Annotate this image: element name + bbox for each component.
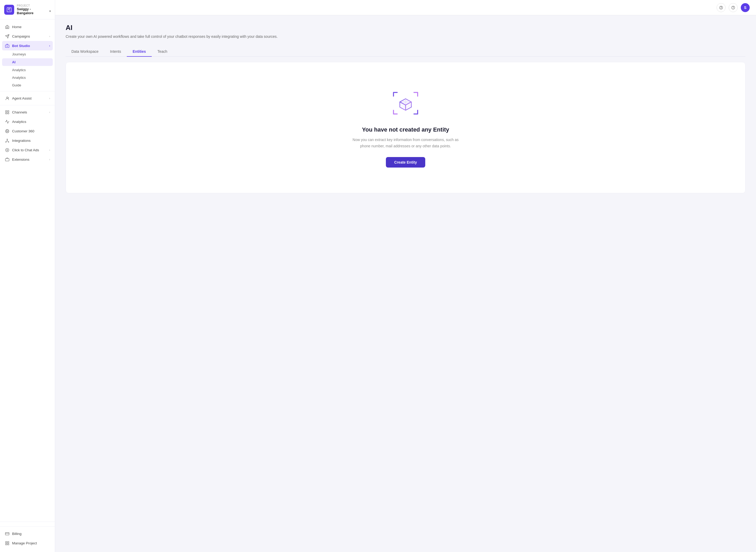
chevron-right-icon: › [49, 97, 50, 100]
user-avatar-button[interactable]: S [741, 3, 750, 12]
nav-section: Home Campaigns › Bot Studio › Journeys A… [0, 19, 55, 522]
sidebar-item-channels[interactable]: Channels › [0, 107, 55, 117]
bot-studio-subnav: Journeys AI Analytics Analytics Guide [0, 50, 55, 89]
chevron-down-icon: ▾ [49, 10, 51, 13]
subnav-analytics-2[interactable]: Analytics [0, 74, 55, 82]
sidebar-item-home[interactable]: Home [0, 22, 55, 31]
svg-point-14 [721, 8, 721, 9]
home-icon [5, 24, 9, 29]
sidebar-item-agent-assist-label: Agent Assist [12, 96, 31, 100]
tab-teach[interactable]: Teach [152, 47, 173, 57]
page-subtitle: Create your own AI powered workflows and… [66, 34, 746, 39]
chevron-right-icon: › [49, 158, 50, 161]
integrations-icon [5, 138, 9, 143]
subnav-ai[interactable]: AI [2, 58, 53, 66]
tab-entities[interactable]: Entities [127, 47, 152, 57]
billing-icon [5, 531, 9, 536]
project-info: PROJECT Swiggy - Bangalore ▾ [17, 4, 51, 15]
manage-project-icon [5, 541, 9, 545]
sidebar-item-home-label: Home [12, 25, 21, 29]
sidebar-item-campaigns-label: Campaigns [12, 34, 30, 38]
project-name[interactable]: Swiggy - Bangalore ▾ [17, 7, 51, 15]
sidebar-bottom: Billing Manage Project [0, 522, 55, 552]
sidebar-item-integrations-label: Integrations [12, 139, 31, 143]
agent-assist-icon [5, 96, 9, 101]
subnav-journeys[interactable]: Journeys [0, 50, 55, 58]
sidebar-item-customer-360[interactable]: Customer 360 [0, 126, 55, 136]
sidebar-item-integrations[interactable]: Integrations [0, 136, 55, 145]
channels-icon [5, 110, 9, 115]
chevron-right-icon: › [49, 35, 50, 38]
sidebar-item-manage-project[interactable]: Manage Project [0, 538, 55, 548]
extensions-icon [5, 157, 9, 162]
sidebar: PROJECT Swiggy - Bangalore ▾ Home Campai… [0, 0, 55, 552]
sidebar-item-customer-360-label: Customer 360 [12, 129, 34, 133]
svg-rect-4 [7, 111, 9, 112]
sidebar-item-extensions-label: Extensions [12, 158, 29, 161]
chevron-right-icon: › [49, 148, 50, 151]
chevron-right-icon: › [49, 44, 50, 47]
click-to-chat-icon [5, 148, 9, 152]
svg-rect-1 [5, 45, 9, 47]
tab-intents[interactable]: Intents [104, 47, 127, 57]
svg-rect-12 [5, 532, 9, 535]
main-content: AI Create your own AI powered workflows … [55, 15, 756, 552]
nav-divider-bottom [0, 527, 55, 527]
create-entity-button[interactable]: Create Entity [386, 157, 425, 167]
sidebar-item-billing[interactable]: Billing [0, 529, 55, 538]
help-button[interactable] [729, 3, 738, 12]
tab-bar: Data Workspace Intents Entities Teach [66, 47, 746, 57]
bot-studio-icon [5, 43, 9, 48]
sidebar-header: PROJECT Swiggy - Bangalore ▾ [0, 0, 55, 19]
tab-data-workspace[interactable]: Data Workspace [66, 47, 104, 57]
sidebar-item-click-to-chat[interactable]: Click to Chat Ads › [0, 145, 55, 155]
empty-state-title: You have not created any Entity [362, 126, 449, 133]
chevron-right-icon: › [49, 111, 50, 114]
main-area: S AI Create your own AI powered workflow… [55, 0, 756, 552]
sidebar-item-agent-assist[interactable]: Agent Assist › [0, 94, 55, 103]
chat-support-button[interactable] [717, 3, 726, 12]
campaigns-icon [5, 34, 9, 39]
subnav-analytics-1[interactable]: Analytics [0, 66, 55, 74]
entity-illustration [390, 88, 421, 119]
svg-rect-3 [6, 111, 7, 112]
sidebar-item-analytics-label: Analytics [12, 120, 26, 124]
empty-state: You have not created any Entity Now you … [340, 72, 471, 183]
svg-rect-6 [7, 112, 9, 114]
nav-divider-2 [0, 105, 55, 105]
sidebar-item-extensions[interactable]: Extensions › [0, 155, 55, 164]
sidebar-item-analytics[interactable]: Analytics [0, 117, 55, 126]
sidebar-item-channels-label: Channels [12, 110, 27, 114]
sidebar-item-click-to-chat-label: Click to Chat Ads [12, 148, 39, 152]
page-title: AI [66, 24, 746, 32]
sidebar-item-manage-project-label: Manage Project [12, 541, 37, 545]
entities-content-panel: You have not created any Entity Now you … [66, 62, 746, 193]
sidebar-item-billing-label: Billing [12, 532, 21, 536]
empty-state-card: You have not created any Entity Now you … [66, 62, 746, 193]
subnav-guide[interactable]: Guide [0, 82, 55, 89]
logo-box [4, 5, 14, 15]
svg-rect-5 [6, 112, 7, 114]
sidebar-item-bot-studio[interactable]: Bot Studio › [2, 41, 53, 50]
analytics-icon [5, 119, 9, 124]
svg-point-2 [6, 97, 8, 98]
project-label: PROJECT [17, 4, 51, 7]
topbar: S [55, 0, 756, 15]
sidebar-item-bot-studio-label: Bot Studio [12, 44, 30, 48]
empty-state-description: Now you can extract key information from… [350, 137, 461, 149]
sidebar-item-campaigns[interactable]: Campaigns › [0, 31, 55, 41]
customer-360-icon [5, 129, 9, 133]
